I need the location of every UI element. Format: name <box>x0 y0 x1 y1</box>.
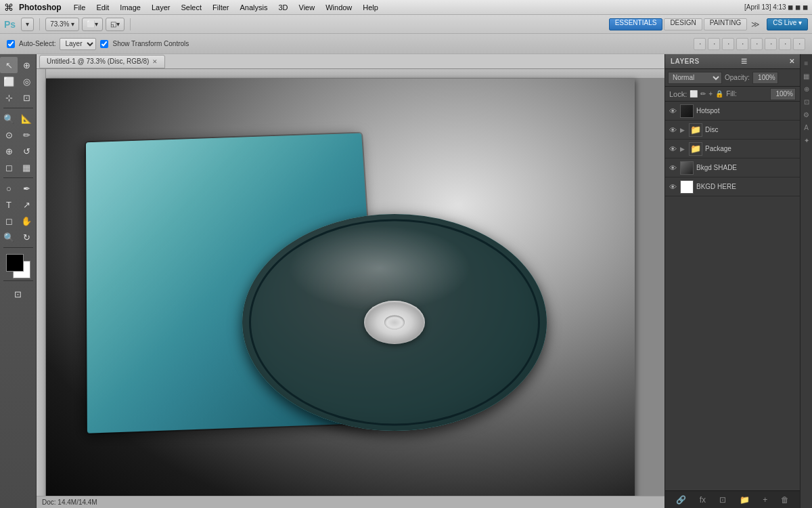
menu-filter[interactable]: Filter <box>207 2 234 13</box>
panel-icon-7[interactable]: ✦ <box>803 135 811 146</box>
menu-analysis[interactable]: Analysis <box>235 2 273 13</box>
zoom-btn[interactable]: 73.3%▾ <box>45 18 79 31</box>
arrow-tool[interactable]: ↖ <box>0 57 18 73</box>
add-style-btn[interactable]: fx <box>697 494 708 506</box>
shape-tool[interactable]: ◻ <box>0 213 18 229</box>
apple-logo[interactable]: ⌘ <box>4 2 14 13</box>
lock-transparent-icon[interactable]: ⬜ <box>690 90 698 98</box>
layer-item-package[interactable]: 👁 ▶ 📁 Package <box>665 140 800 158</box>
hand-tool[interactable]: ✋ <box>18 213 35 229</box>
screen-mode-btn[interactable]: ⬜▾ <box>82 18 103 31</box>
gradient-tool[interactable]: ▦ <box>18 159 35 175</box>
new-layer-btn[interactable]: + <box>760 494 770 506</box>
menu-image[interactable]: Image <box>114 2 146 13</box>
visibility-bkgd-here[interactable]: 👁 <box>668 182 677 192</box>
rect-select-tool[interactable]: ⬜ <box>0 73 18 89</box>
eraser-tool[interactable]: ◻ <box>0 159 18 175</box>
align-right-icon[interactable]: ⬝ <box>722 38 734 50</box>
zoom-tool[interactable]: 🔍 <box>0 229 18 245</box>
stamp-tool[interactable]: ⊕ <box>0 143 18 159</box>
fill-input[interactable] <box>770 88 796 100</box>
layer-item-disc[interactable]: 👁 ▶ 📁 Disc <box>665 121 800 140</box>
menu-window[interactable]: Window <box>320 2 357 13</box>
visibility-disc[interactable]: 👁 <box>668 125 677 135</box>
folder-expand-disc[interactable]: ▶ <box>680 127 685 133</box>
eyedropper-tool[interactable]: 🔍 <box>0 110 18 127</box>
link-layers-btn[interactable]: 🔗 <box>673 494 689 506</box>
document-tab[interactable]: Untitled-1 @ 73.3% (Disc, RGB/8) ✕ <box>39 55 165 68</box>
menu-select[interactable]: Select <box>175 2 207 13</box>
show-transform-checkbox[interactable] <box>100 40 108 48</box>
painting-btn[interactable]: PAINTING <box>704 18 747 30</box>
layers-panel-close-icon[interactable]: ✕ <box>789 58 794 65</box>
menu-3d[interactable]: 3D <box>273 2 293 13</box>
lasso-tool[interactable]: ◎ <box>18 73 35 89</box>
layer-item-bkgd-here[interactable]: 👁 BKGD HERE <box>665 177 800 196</box>
auto-select-checkbox[interactable] <box>7 40 15 48</box>
align-middle-v-icon[interactable]: ⬝ <box>750 38 763 50</box>
panel-icon-strip: ≡ ▦ ⊕ ⊡ ⚙ A ✦ <box>800 54 812 508</box>
brush-tool[interactable]: ✏ <box>18 127 35 143</box>
design-btn[interactable]: DESIGN <box>664 18 702 30</box>
foreground-color-box[interactable] <box>6 254 24 272</box>
panel-icon-6[interactable]: A <box>803 123 810 133</box>
layer-item-bkgd-shade[interactable]: 👁 Bkgd SHADE <box>665 158 800 177</box>
rotate-view-tool[interactable]: ↻ <box>18 229 35 245</box>
magic-wand-tool[interactable]: ⊹ <box>0 89 18 106</box>
cs-live-btn[interactable]: CS Live ▾ <box>767 18 808 30</box>
lock-image-icon[interactable]: ✏ <box>700 90 706 98</box>
auto-select-dropdown[interactable]: Layer <box>60 38 96 50</box>
panel-icon-5[interactable]: ⚙ <box>802 110 811 120</box>
menu-help[interactable]: Help <box>357 2 384 13</box>
menu-edit[interactable]: Edit <box>91 2 114 13</box>
align-bottom-icon[interactable]: ⬝ <box>765 38 777 50</box>
align-center-h-icon[interactable]: ⬝ <box>708 38 720 50</box>
layer-item-hotspot[interactable]: 👁 Hotspot <box>665 102 800 121</box>
folder-expand-package[interactable]: ▶ <box>680 146 685 152</box>
tool-preset-btn[interactable]: ▾ <box>21 18 34 31</box>
type-tool[interactable]: T <box>0 196 18 213</box>
new-group-btn[interactable]: 📁 <box>737 494 752 506</box>
lock-all-icon[interactable]: 🔒 <box>715 90 723 98</box>
align-left-icon[interactable]: ⬝ <box>694 38 706 50</box>
lock-fill-row: Lock: ⬜ ✏ + 🔒 Fill: <box>665 87 800 102</box>
history-brush-tool[interactable]: ↺ <box>18 143 35 159</box>
distribute-icon[interactable]: ⬝ <box>779 38 791 50</box>
menu-file[interactable]: File <box>68 2 91 13</box>
crop-tool[interactable]: ⊡ <box>18 89 35 106</box>
delete-layer-btn[interactable]: 🗑 <box>778 494 792 506</box>
opacity-input[interactable] <box>752 72 778 84</box>
disc-ellipse <box>242 214 547 431</box>
tool-row-dodge: ○ ✒ <box>0 180 36 196</box>
spot-heal-tool[interactable]: ⊙ <box>0 127 18 143</box>
pen-tool[interactable]: ✒ <box>18 180 35 196</box>
visibility-package[interactable]: 👁 <box>668 144 677 154</box>
artboard-tool[interactable]: ⊕ <box>18 57 35 73</box>
add-mask-btn[interactable]: ⊡ <box>717 494 729 506</box>
visibility-bkgd-shade[interactable]: 👁 <box>668 163 677 173</box>
visibility-hotspot[interactable]: 👁 <box>668 106 677 116</box>
dodge-tool[interactable]: ○ <box>0 180 18 196</box>
blend-mode-select[interactable]: Normal <box>668 72 722 84</box>
align-top-icon[interactable]: ⬝ <box>736 38 748 50</box>
expand-workspace-btn[interactable]: ≫ <box>748 20 763 29</box>
auto-align-icon[interactable]: ⬝ <box>793 38 805 50</box>
ps-logo-btn[interactable]: Ps <box>4 19 16 30</box>
canvas-document[interactable] <box>46 79 635 496</box>
essentials-btn[interactable]: ESSENTIALS <box>609 18 663 30</box>
ruler-tool[interactable]: 📐 <box>18 110 35 127</box>
panel-icon-1[interactable]: ≡ <box>803 58 810 68</box>
layers-panel-options-icon[interactable]: ☰ <box>741 58 747 65</box>
path-select-tool[interactable]: ↗ <box>18 196 35 213</box>
arrange-btn[interactable]: ◱▾ <box>106 18 125 31</box>
panel-icon-4[interactable]: ⊡ <box>803 97 811 107</box>
lock-position-icon[interactable]: + <box>708 90 713 98</box>
panel-icon-2[interactable]: ▦ <box>802 71 811 81</box>
close-document-btn[interactable]: ✕ <box>152 58 158 65</box>
panel-icon-3[interactable]: ⊕ <box>803 84 811 94</box>
thumb-disc: 📁 <box>689 123 702 137</box>
status-bar: Doc: 14.4M/14.4M <box>37 496 664 508</box>
quick-mask-btn[interactable]: ⊡ <box>9 286 27 302</box>
menu-view[interactable]: View <box>294 2 321 13</box>
menu-layer[interactable]: Layer <box>146 2 176 13</box>
